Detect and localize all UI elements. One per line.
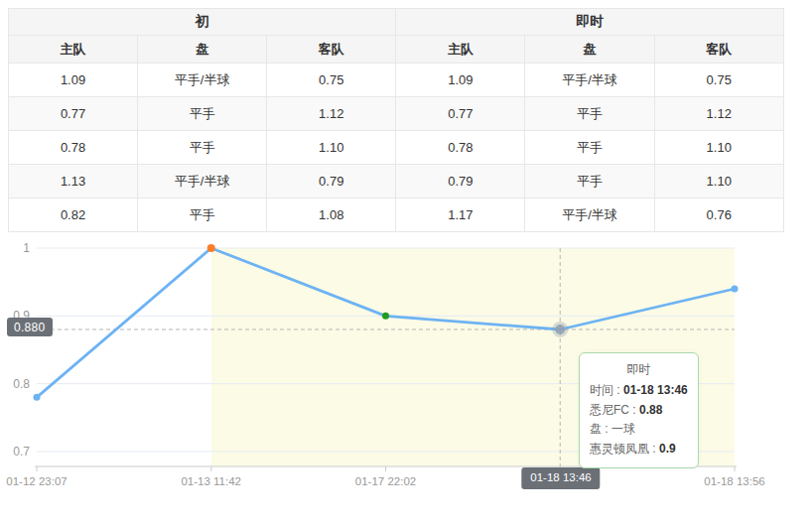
col-header-home-initial: 主队 <box>9 36 138 64</box>
tooltip-value: 一球 <box>611 422 635 436</box>
odds-cell: 1.09 <box>9 64 138 97</box>
data-point <box>382 313 389 320</box>
odds-table: 初 即时 主队 盘 客队 主队 盘 客队 1.09平手/半球0.751.09平手… <box>8 8 784 232</box>
tooltip-row: 盘 : 一球 <box>590 420 688 440</box>
odds-cell: 平手/半球 <box>138 165 267 198</box>
y-axis-value-badge: 0.880 <box>7 318 53 336</box>
col-header-home-live: 主队 <box>396 36 525 64</box>
x-tick-label: 01-18 13:56 <box>704 475 764 487</box>
group-header-live: 即时 <box>396 9 784 36</box>
odds-cell: 1.10 <box>654 131 783 165</box>
data-point <box>34 394 41 401</box>
odds-cell: 平手 <box>138 198 267 232</box>
odds-cell: 0.77 <box>9 97 138 131</box>
odds-cell: 平手 <box>138 131 267 165</box>
odds-cell: 1.09 <box>396 64 525 97</box>
odds-row: 1.13平手/半球0.790.79平手1.10 <box>9 165 784 198</box>
col-header-handicap-initial: 盘 <box>138 36 267 64</box>
odds-cell: 平手 <box>525 131 654 165</box>
data-point <box>207 244 215 252</box>
x-tick-label: 01-13 11:42 <box>181 475 241 487</box>
odds-cell: 1.10 <box>654 165 783 198</box>
odds-cell: 1.17 <box>396 198 525 232</box>
odds-cell: 0.82 <box>9 198 138 232</box>
odds-cell: 0.79 <box>267 165 396 198</box>
col-header-away-live: 客队 <box>654 36 783 64</box>
data-point <box>732 286 739 293</box>
x-tick-label: 01-12 23:07 <box>6 475 67 487</box>
odds-cell: 1.08 <box>267 198 396 232</box>
tooltip-label: 盘 : <box>590 422 611 436</box>
chart-tooltip: 即时 时间 : 01-18 13:46悉尼FC : 0.88盘 : 一球惠灵顿凤… <box>579 352 699 468</box>
odds-cell: 0.78 <box>396 131 525 165</box>
odds-cell: 平手/半球 <box>525 198 654 232</box>
tooltip-label: 时间 : <box>590 383 623 397</box>
odds-cell: 0.75 <box>267 64 396 97</box>
tooltip-row: 惠灵顿凤凰 : 0.9 <box>590 440 688 459</box>
y-tick-label: 0.7 <box>13 445 30 458</box>
tooltip-row: 悉尼FC : 0.88 <box>590 401 688 421</box>
tooltip-row: 时间 : 01-18 13:46 <box>590 381 688 401</box>
odds-cell: 0.77 <box>396 97 525 131</box>
odds-row: 0.77平手1.120.77平手1.12 <box>9 97 784 131</box>
odds-cell: 平手 <box>138 97 267 131</box>
odds-cell: 平手 <box>525 97 654 131</box>
odds-cell: 0.78 <box>9 131 138 165</box>
odds-cell: 0.79 <box>396 165 525 198</box>
tooltip-value: 0.9 <box>659 442 676 456</box>
odds-cell: 平手 <box>525 165 654 198</box>
odds-cell: 1.13 <box>9 165 138 198</box>
tooltip-value: 01-18 13:46 <box>623 383 688 397</box>
odds-cell: 1.12 <box>267 97 396 131</box>
y-tick-label: 0.8 <box>13 377 30 391</box>
odds-cell: 平手/半球 <box>138 64 267 97</box>
y-tick-label: 1 <box>23 241 30 255</box>
tooltip-title: 即时 <box>590 360 688 380</box>
odds-cell: 0.75 <box>654 64 783 97</box>
odds-cell: 1.12 <box>654 97 783 131</box>
col-header-away-initial: 客队 <box>267 36 396 64</box>
odds-cell: 1.10 <box>267 131 396 165</box>
odds-row: 1.09平手/半球0.751.09平手/半球0.75 <box>9 64 784 97</box>
tooltip-label: 惠灵顿凤凰 : <box>590 442 659 456</box>
odds-row: 0.82平手1.081.17平手/半球0.76 <box>9 198 784 232</box>
hover-point <box>555 325 565 334</box>
tooltip-value: 0.88 <box>639 403 662 417</box>
odds-page: 初 即时 主队 盘 客队 主队 盘 客队 1.09平手/半球0.751.09平手… <box>0 0 812 523</box>
odds-cell: 平手/半球 <box>525 64 654 97</box>
group-header-initial: 初 <box>9 9 396 36</box>
x-axis-highlight-badge: 01-18 13:46 <box>521 467 600 489</box>
odds-cell: 0.76 <box>654 198 783 232</box>
x-tick-label: 01-17 22:02 <box>355 475 416 487</box>
tooltip-label: 悉尼FC : <box>590 403 639 417</box>
col-header-handicap-live: 盘 <box>525 36 654 64</box>
odds-row: 0.78平手1.100.78平手1.10 <box>9 131 784 165</box>
